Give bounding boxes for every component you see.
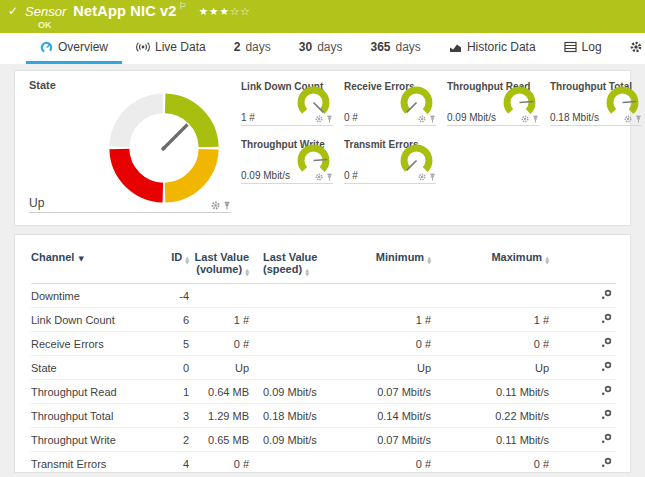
cell-last-value-speed: 0.09 Mbit/s	[249, 428, 349, 452]
sensor-name: NetApp NIC v2	[73, 3, 176, 19]
sensor-tab-bar: Overview Live Data 2days 30days 365days …	[0, 33, 645, 64]
object-kind-label: Sensor	[25, 4, 66, 19]
cell-last-value-volume: Up	[189, 356, 249, 380]
tab-historic-data[interactable]: Historic Data	[435, 33, 550, 64]
cell-last-value-volume: 0.64 MB	[189, 380, 249, 404]
channel-settings-icon[interactable]	[601, 289, 612, 302]
cell-last-value-speed	[249, 308, 349, 332]
cell-last-value-volume: 1.29 MB	[189, 404, 249, 428]
col-header-maximum[interactable]: Maximum▲▼	[431, 249, 549, 284]
channels-table-body: Downtime-4Link Down Count61 #1 #1 #Recei…	[31, 284, 616, 474]
cell-channel: Throughput Total	[31, 404, 161, 428]
cell-channel: State	[31, 356, 161, 380]
gear-icon[interactable]	[521, 115, 529, 123]
channel-settings-icon[interactable]	[601, 457, 612, 470]
cell-last-value-volume: 1 #	[189, 308, 249, 332]
gear-icon	[630, 41, 642, 53]
cell-minimum: Up	[349, 356, 431, 380]
pin-icon[interactable]	[635, 115, 642, 123]
cell-last-value-speed	[249, 284, 349, 308]
cell-channel: Throughput Read	[31, 380, 161, 404]
col-header-last-value-volume[interactable]: Last Value(volume)▲▼	[189, 249, 249, 284]
cell-last-value-speed	[249, 356, 349, 380]
gear-icon[interactable]	[418, 115, 426, 123]
cell-last-value-speed	[249, 332, 349, 356]
tab-overview[interactable]: Overview	[26, 33, 122, 64]
mini-gauge-transmit-errors: Transmit Errors 0 #	[344, 139, 436, 184]
col-header-last-value-speed[interactable]: Last Value(speed)▲▼	[249, 249, 349, 284]
cell-channel: Receive Errors	[31, 332, 161, 356]
cell-channel: Throughput Write	[31, 428, 161, 452]
cell-channel: Link Down Count	[31, 308, 161, 332]
pin-icon[interactable]	[532, 115, 539, 123]
cell-id: 0	[161, 356, 189, 380]
channel-settings-icon[interactable]	[601, 433, 612, 446]
cell-minimum: 0.07 Mbit/s	[349, 380, 431, 404]
gauges-panel: State Up	[14, 70, 631, 226]
cell-id: 6	[161, 308, 189, 332]
cell-maximum: 0 #	[431, 452, 549, 474]
live-signal-icon	[136, 41, 150, 53]
cell-maximum: 0.22 Mbit/s	[431, 404, 549, 428]
cell-last-value-volume: 0 #	[189, 332, 249, 356]
mini-gauges-grid: Link Down Count 1 # Receive Errors 0 #	[241, 79, 642, 225]
mini-gauge-link-down-count: Link Down Count 1 #	[241, 81, 333, 126]
pin-icon[interactable]	[429, 173, 436, 181]
channel-settings-icon[interactable]	[601, 313, 612, 326]
channel-settings-icon[interactable]	[601, 337, 612, 350]
tab-settings[interactable]: Settings	[616, 33, 645, 64]
tab-live-data[interactable]: Live Data	[122, 33, 220, 64]
gear-icon[interactable]	[418, 173, 426, 181]
cell-maximum: 0 #	[431, 332, 549, 356]
channel-settings-icon[interactable]	[601, 409, 612, 422]
table-row: Throughput Read10.64 MB0.09 Mbit/s0.07 M…	[31, 380, 616, 404]
cell-last-value-speed	[249, 452, 349, 474]
cell-minimum: 0 #	[349, 332, 431, 356]
mini-needle	[623, 102, 637, 103]
gear-icon[interactable]	[624, 115, 632, 123]
col-header-minimum[interactable]: Minimum▲▼	[349, 249, 431, 284]
pin-icon[interactable]	[326, 115, 333, 123]
mini-gauge-throughput-total: Throughput Total 0.18 Mbit/s	[550, 81, 642, 126]
state-needle	[162, 124, 188, 150]
needle-hub	[162, 146, 166, 150]
channel-settings-icon[interactable]	[601, 361, 612, 374]
cell-id: 2	[161, 428, 189, 452]
col-header-actions	[549, 249, 616, 284]
gauge-icon	[40, 41, 53, 54]
cell-maximum	[431, 284, 549, 308]
tab-365-days[interactable]: 365days	[356, 33, 434, 64]
cell-minimum: 0.07 Mbit/s	[349, 428, 431, 452]
cell-id: 4	[161, 452, 189, 474]
cell-maximum: 0.11 Mbit/s	[431, 428, 549, 452]
overview-content: State Up	[0, 64, 645, 473]
cell-id: 3	[161, 404, 189, 428]
pin-icon[interactable]	[223, 201, 231, 210]
tab-log[interactable]: Log	[550, 33, 616, 64]
table-row: Transmit Errors40 #0 #0 #	[31, 452, 616, 474]
mini-needle	[520, 102, 534, 103]
col-header-channel[interactable]: Channel▼	[31, 249, 161, 284]
gear-icon[interactable]	[315, 115, 323, 123]
pin-icon[interactable]	[429, 115, 436, 123]
cell-minimum	[349, 284, 431, 308]
channel-settings-icon[interactable]	[601, 385, 612, 398]
pin-icon[interactable]	[326, 173, 333, 181]
tab-30-days[interactable]: 30days	[285, 33, 357, 64]
cell-channel: Downtime	[31, 284, 161, 308]
tab-2-days[interactable]: 2days	[220, 33, 285, 64]
state-value: Up	[29, 196, 211, 210]
mini-gauge-receive-errors: Receive Errors 0 #	[344, 81, 436, 126]
table-row: Receive Errors50 #0 #0 #	[31, 332, 616, 356]
cell-minimum: 1 #	[349, 308, 431, 332]
cell-last-value-volume	[189, 284, 249, 308]
priority-stars[interactable]: ★★★☆☆	[199, 5, 251, 17]
cell-last-value-speed: 0.09 Mbit/s	[249, 380, 349, 404]
gear-icon[interactable]	[211, 201, 220, 210]
gear-icon[interactable]	[315, 173, 323, 181]
mini-needle	[314, 160, 328, 161]
col-header-id[interactable]: ID▲▼	[161, 249, 189, 284]
mini-gauge-throughput-read: Throughput Read 0.09 Mbit/s	[447, 81, 539, 126]
cell-id: 5	[161, 332, 189, 356]
priority-flag-icon[interactable]: ⚐	[179, 1, 187, 11]
